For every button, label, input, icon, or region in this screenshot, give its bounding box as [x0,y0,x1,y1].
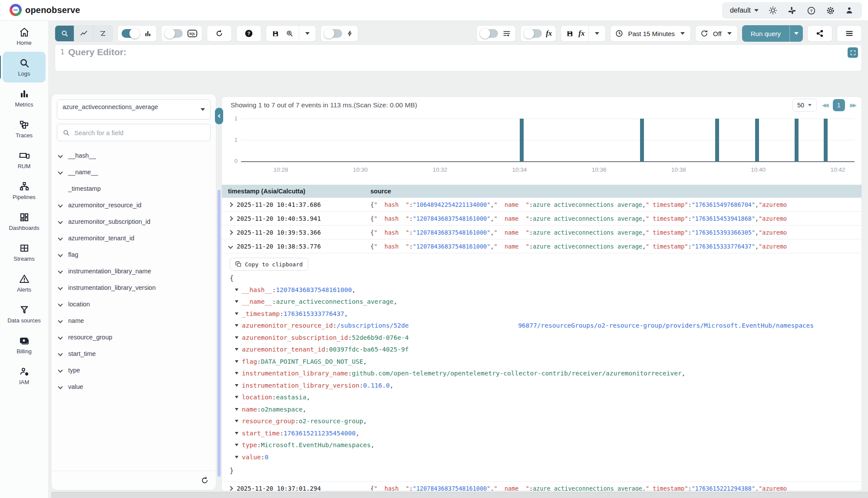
stream-select[interactable]: azure_activeconnections_average [57,100,211,120]
collapse-node-icon[interactable] [235,396,238,398]
json-line-__hash__[interactable]: __hash__:12078436837548161000, [235,284,861,296]
sidebar-item-pipelines[interactable]: Pipelines [3,175,46,206]
field-item-location[interactable]: location [52,296,216,312]
first-page-icon[interactable]: ◀◀ [822,102,827,108]
json-line-azuremonitor_resource_id[interactable]: azuremonitor_resource_id:/subscriptions/… [235,320,861,332]
field-item-value[interactable]: value [52,378,216,395]
field-search-input[interactable]: Search for a field [57,124,211,141]
collapse-node-icon[interactable] [235,348,238,351]
collapse-node-icon[interactable] [235,432,238,435]
expand-row-icon[interactable] [228,216,233,221]
json-line-instrumentation_library_name[interactable]: instrumentation_library_name:github.com/… [235,368,861,380]
sidebar-item-home[interactable]: Home [3,21,46,52]
hamburger-menu-icon[interactable] [841,30,858,37]
json-line-azuremonitor_tenant_id[interactable]: azuremonitor_tenant_id:00397fdc-ba65-402… [235,344,861,356]
json-line-_timestamp[interactable]: _timestamp:1763615333776437, [235,308,861,320]
field-item-instrumentation_library_version[interactable]: instrumentation_library_version [52,279,216,296]
share-icon[interactable] [812,30,828,37]
json-line-flag[interactable]: flag:DATA_POINT_FLAGS_DO_NOT_USE, [235,355,861,368]
field-item-__hash__[interactable]: __hash__ [52,147,216,164]
current-page-button[interactable]: 1 [833,99,845,111]
time-range-picker[interactable]: Past 15 Minutes [610,25,691,42]
json-line-resource_group[interactable]: resource_group:o2-resource-group, [235,415,861,428]
vrl-fn-toggle[interactable] [525,29,542,38]
sidebar-item-metrics[interactable]: Metrics [3,83,46,113]
histogram-bar-10:40:53[interactable] [795,119,799,161]
sidebar-item-dashboards[interactable]: Dashboards [3,206,46,237]
field-item-azuremonitor_subscription_id[interactable]: azuremonitor_subscription_id [52,213,216,230]
settings-gear-icon[interactable] [825,6,835,15]
collapse-node-icon[interactable] [235,384,238,387]
histogram-bar-10:41:37[interactable] [824,119,828,161]
function-dropdown[interactable] [593,32,601,35]
save-icon[interactable] [270,30,281,37]
json-line-azuremonitor_subscription_id[interactable]: azuremonitor_subscription_id:52de6b9d-07… [235,332,861,344]
histogram-bar-10:38:53[interactable] [715,119,719,161]
auto-refresh-picker[interactable]: Off [695,25,738,42]
log-row[interactable]: 2025-11-20 10:39:53.366{"__hash__":"1207… [222,226,861,239]
field-item-type[interactable]: type [52,362,216,378]
field-item-name[interactable]: name [52,312,216,329]
run-query-button[interactable]: Run query [742,25,803,42]
collapse-node-icon[interactable] [235,324,238,327]
sql-mode-toggle[interactable] [165,29,183,38]
collapse-node-icon[interactable] [235,300,238,303]
json-line-start_time[interactable]: start_time:1763615211235454000, [235,427,861,439]
field-item-flag[interactable]: flag [52,246,216,263]
sidebar-item-traces[interactable]: Traces [3,113,46,144]
json-line-__name__[interactable]: __name__:azure_activeconnections_average… [235,296,861,308]
expand-row-icon[interactable] [228,230,233,235]
field-item-azuremonitor_resource_id[interactable]: azuremonitor_resource_id [52,197,216,213]
reset-fields-icon[interactable] [201,476,209,485]
json-line-name[interactable]: name:o2namespace, [235,403,861,415]
search-tab[interactable] [55,26,74,41]
quick-mode-toggle[interactable] [325,29,342,38]
histogram-toggle[interactable] [122,29,139,38]
histogram-bar-10:39:53[interactable] [755,119,759,161]
help-icon[interactable]: ? [806,6,816,15]
organization-select[interactable]: default [730,7,759,14]
collapse-row-icon[interactable] [228,244,233,249]
collapse-node-icon[interactable] [235,420,238,422]
log-row[interactable]: 2025-11-20 10:38:53.776{"__hash__":"1207… [222,239,861,253]
wrap-lines-toggle[interactable] [481,29,498,38]
zoom-in-icon[interactable] [284,30,295,37]
column-header-source[interactable]: source [370,188,391,195]
json-line-location[interactable]: location:eastasia, [235,392,861,404]
field-item-__name__[interactable]: __name__ [52,164,216,180]
sidebar-item-billing[interactable]: Billing [3,329,46,360]
vertical-scrollbar[interactable] [218,190,221,477]
query-help-icon[interactable]: ? [241,29,257,38]
save-function-icon[interactable] [565,30,574,37]
sidebar-item-iam[interactable]: IAM [3,360,46,391]
log-row[interactable]: 2025-11-20 10:37:01.294{"__hash__":"1207… [222,482,861,491]
copy-to-clipboard-button[interactable]: Copy to clipboard [230,258,308,271]
sidebar-item-data-sources[interactable]: Data sources [3,299,46,329]
expand-editor-icon[interactable] [848,47,858,58]
field-item-instrumentation_library_name[interactable]: instrumentation_library_name [52,263,216,279]
log-row[interactable]: 2025-11-20 10:41:37.686{"__hash__":"1064… [222,198,861,212]
collapse-node-icon[interactable] [235,312,238,315]
theme-toggle-sun-icon[interactable] [768,6,778,15]
slack-icon[interactable] [787,6,797,15]
histogram-bar-10:37[interactable] [640,119,644,161]
histogram-bar-10:34[interactable] [520,119,524,161]
transform-tab[interactable] [93,26,112,41]
last-page-icon[interactable]: ▶▶ [850,102,855,108]
field-item-start_time[interactable]: start_time [52,345,216,362]
sidebar-item-rum[interactable]: RUM [3,144,46,175]
collapse-node-icon[interactable] [235,372,238,375]
json-line-value[interactable]: value:0 [235,451,861,463]
sidebar-item-logs[interactable]: Logs [3,52,46,83]
collapse-node-icon[interactable] [235,289,238,291]
collapse-node-icon[interactable] [235,360,238,363]
log-row[interactable]: 2025-11-20 10:40:53.941{"__hash__":"1207… [222,212,861,226]
collapse-fields-panel-button[interactable] [215,108,223,124]
metrics-explore-tab[interactable] [74,26,93,41]
horizontal-scrollbar[interactable] [51,492,868,498]
field-item-resource_group[interactable]: resource_group [52,329,216,345]
run-query-dropdown[interactable] [790,32,803,35]
column-header-timestamp[interactable]: timestamp (Asia/Calcutta) [222,188,370,195]
sidebar-item-streams[interactable]: Streams [3,237,46,268]
query-editor[interactable]: 1 Query Editor: [55,44,862,71]
